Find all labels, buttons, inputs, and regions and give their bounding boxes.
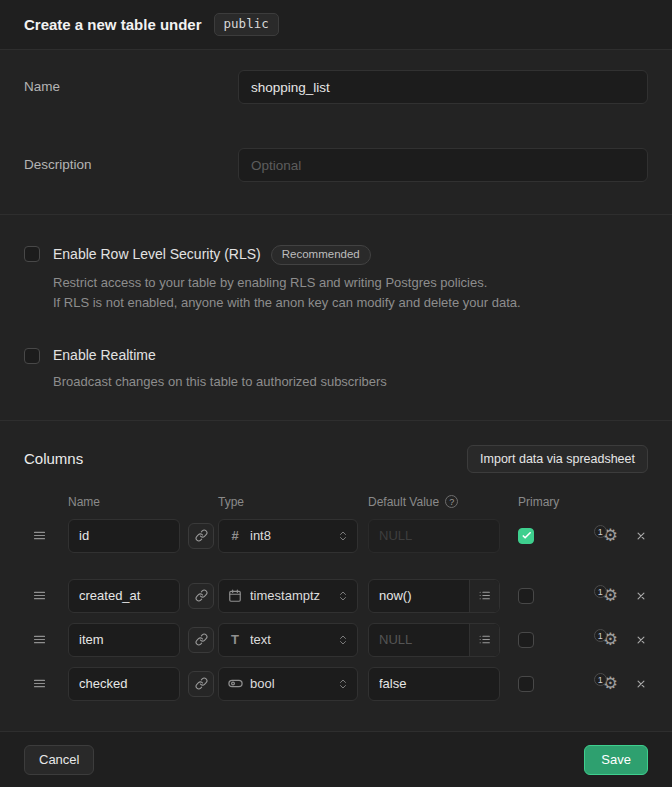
calendar-icon bbox=[227, 589, 243, 603]
column-name-input[interactable] bbox=[68, 667, 180, 701]
link-icon bbox=[195, 589, 208, 602]
column-default-input bbox=[369, 520, 499, 552]
column-type-select[interactable]: timestamptz bbox=[218, 579, 358, 613]
column-type-select[interactable]: T text bbox=[218, 623, 358, 657]
rls-checkbox[interactable] bbox=[24, 246, 40, 262]
columns-grid-header: Name Type Default Value ? Primary bbox=[0, 495, 672, 509]
cancel-button[interactable]: Cancel bbox=[24, 745, 94, 775]
settings-count-badge: 1 bbox=[594, 525, 607, 538]
drag-handle-icon[interactable] bbox=[32, 676, 52, 691]
remove-column-button[interactable] bbox=[634, 589, 648, 603]
rls-toggle-block: Enable Row Level Security (RLS) Recommen… bbox=[24, 245, 648, 313]
toggle-icon bbox=[227, 676, 243, 691]
columns-title: Columns bbox=[24, 450, 83, 467]
column-row: bool 1 ⚙ bbox=[0, 667, 672, 701]
rls-description-line1: Restrict access to your table by enablin… bbox=[53, 273, 521, 293]
rls-toggle-text: Enable Row Level Security (RLS) Recommen… bbox=[53, 245, 521, 313]
list-icon bbox=[478, 633, 491, 646]
import-spreadsheet-button[interactable]: Import data via spreadsheet bbox=[467, 445, 648, 473]
text-type-icon: T bbox=[227, 632, 243, 647]
foreign-key-button[interactable] bbox=[188, 583, 214, 609]
realtime-description: Broadcast changes on this table to autho… bbox=[53, 372, 387, 392]
chevron-updown-icon bbox=[337, 590, 349, 602]
description-row: Description bbox=[24, 148, 648, 182]
name-row: Name bbox=[24, 70, 648, 104]
row-actions: 1 ⚙ bbox=[603, 631, 648, 648]
column-row: timestamptz 1 ⚙ bbox=[0, 579, 672, 613]
remove-column-button[interactable] bbox=[634, 633, 648, 647]
table-options-section: Enable Row Level Security (RLS) Recommen… bbox=[0, 214, 672, 420]
panel-footer: Cancel Save bbox=[0, 731, 672, 787]
drag-handle-icon[interactable] bbox=[32, 588, 52, 603]
column-name-input[interactable] bbox=[68, 579, 180, 613]
column-default-input[interactable] bbox=[369, 624, 469, 656]
realtime-checkbox[interactable] bbox=[24, 348, 40, 364]
table-description-input[interactable] bbox=[238, 148, 648, 182]
column-header-type: Type bbox=[218, 495, 368, 509]
column-row: T text 1 bbox=[0, 623, 672, 657]
column-settings-button[interactable]: 1 ⚙ bbox=[603, 587, 618, 604]
primary-checkbox[interactable] bbox=[518, 528, 534, 544]
column-name-input[interactable] bbox=[68, 623, 180, 657]
primary-checkbox[interactable] bbox=[518, 588, 534, 604]
column-settings-button[interactable]: 1 ⚙ bbox=[603, 631, 618, 648]
column-default-input[interactable] bbox=[369, 668, 499, 700]
check-icon bbox=[521, 530, 532, 541]
table-name-input[interactable] bbox=[238, 70, 648, 104]
foreign-key-button[interactable] bbox=[188, 523, 214, 549]
settings-count-badge: 1 bbox=[594, 629, 607, 642]
column-settings-button[interactable]: 1 ⚙ bbox=[603, 675, 618, 692]
columns-header: Columns Import data via spreadsheet bbox=[0, 445, 672, 473]
recommended-badge: Recommended bbox=[271, 245, 371, 265]
primary-checkbox[interactable] bbox=[518, 676, 534, 692]
chevron-updown-icon bbox=[337, 530, 349, 542]
close-icon bbox=[634, 529, 648, 543]
link-icon bbox=[195, 633, 208, 646]
primary-checkbox[interactable] bbox=[518, 632, 534, 648]
chevron-updown-icon bbox=[337, 634, 349, 646]
column-header-name: Name bbox=[68, 495, 218, 509]
hash-icon: # bbox=[227, 528, 243, 543]
column-name-input[interactable] bbox=[68, 519, 180, 553]
column-type-select[interactable]: bool bbox=[218, 667, 358, 701]
column-header-primary: Primary bbox=[518, 495, 668, 509]
close-icon bbox=[634, 677, 648, 691]
rls-label: Enable Row Level Security (RLS) bbox=[53, 246, 261, 263]
column-row: # int8 1 ⚙ bbox=[0, 519, 672, 553]
close-icon bbox=[634, 633, 648, 647]
panel-header: Create a new table under public bbox=[0, 0, 672, 50]
remove-column-button[interactable] bbox=[634, 677, 648, 691]
help-icon[interactable]: ? bbox=[445, 495, 458, 508]
chevron-updown-icon bbox=[337, 678, 349, 690]
column-default-wrap bbox=[368, 519, 500, 553]
table-details-section: Name Description bbox=[0, 50, 672, 214]
settings-count-badge: 1 bbox=[594, 673, 607, 686]
row-actions: 1 ⚙ bbox=[603, 587, 648, 604]
list-icon bbox=[478, 589, 491, 602]
default-options-button[interactable] bbox=[469, 624, 499, 656]
column-type-select[interactable]: # int8 bbox=[218, 519, 358, 553]
column-default-input[interactable] bbox=[369, 580, 469, 612]
default-options-button[interactable] bbox=[469, 580, 499, 612]
schema-badge: public bbox=[214, 13, 279, 36]
link-icon bbox=[195, 529, 208, 542]
foreign-key-button[interactable] bbox=[188, 627, 214, 653]
row-actions: 1 ⚙ bbox=[603, 527, 648, 544]
rls-description-line2: If RLS is not enabled, anyone with the a… bbox=[53, 293, 521, 313]
name-label: Name bbox=[24, 70, 238, 94]
realtime-toggle-text: Enable Realtime Broadcast changes on thi… bbox=[53, 347, 387, 392]
row-actions: 1 ⚙ bbox=[603, 675, 648, 692]
column-header-default: Default Value bbox=[368, 495, 439, 509]
create-table-panel: Create a new table under public Name Des… bbox=[0, 0, 672, 787]
link-icon bbox=[195, 677, 208, 690]
foreign-key-button[interactable] bbox=[188, 671, 214, 697]
column-default-wrap bbox=[368, 579, 500, 613]
column-settings-button[interactable]: 1 ⚙ bbox=[603, 527, 618, 544]
remove-column-button[interactable] bbox=[634, 529, 648, 543]
column-default-wrap bbox=[368, 623, 500, 657]
drag-handle-icon[interactable] bbox=[32, 528, 52, 543]
drag-handle-icon[interactable] bbox=[32, 632, 52, 647]
panel-title: Create a new table under bbox=[24, 16, 202, 33]
save-button[interactable]: Save bbox=[584, 745, 648, 775]
column-default-wrap bbox=[368, 667, 500, 701]
